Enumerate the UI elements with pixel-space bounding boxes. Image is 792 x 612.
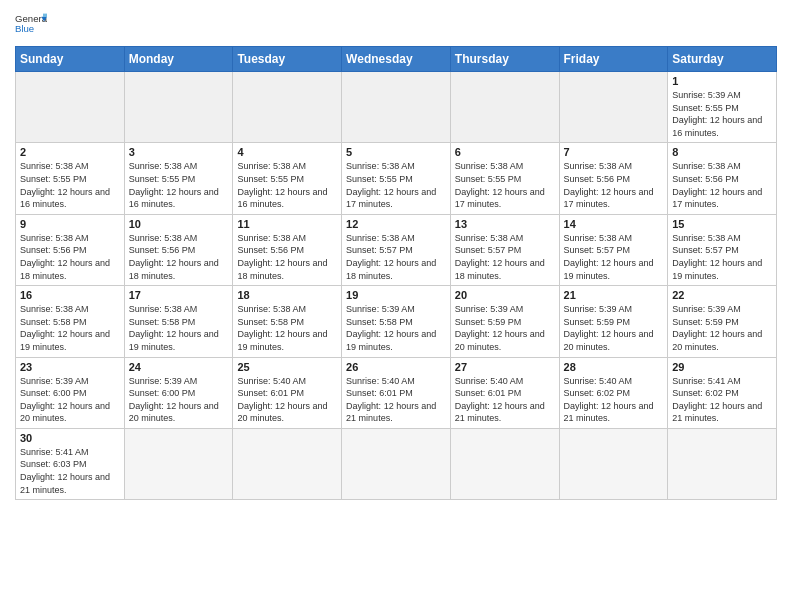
calendar-day-cell: 15Sunrise: 5:38 AMSunset: 5:57 PMDayligh… (668, 214, 777, 285)
logo: General Blue (15, 10, 47, 38)
day-info: Sunrise: 5:40 AMSunset: 6:01 PMDaylight:… (237, 375, 337, 425)
day-number: 21 (564, 289, 664, 301)
calendar-day-cell: 1Sunrise: 5:39 AMSunset: 5:55 PMDaylight… (668, 72, 777, 143)
calendar-day-cell: 12Sunrise: 5:38 AMSunset: 5:57 PMDayligh… (342, 214, 451, 285)
day-number: 22 (672, 289, 772, 301)
calendar-day-cell: 16Sunrise: 5:38 AMSunset: 5:58 PMDayligh… (16, 286, 125, 357)
calendar-day-cell (559, 72, 668, 143)
day-info: Sunrise: 5:40 AMSunset: 6:01 PMDaylight:… (455, 375, 555, 425)
day-number: 23 (20, 361, 120, 373)
calendar-day-cell (450, 428, 559, 499)
calendar-week-row: 9Sunrise: 5:38 AMSunset: 5:56 PMDaylight… (16, 214, 777, 285)
day-info: Sunrise: 5:38 AMSunset: 5:56 PMDaylight:… (129, 232, 229, 282)
day-info: Sunrise: 5:38 AMSunset: 5:55 PMDaylight:… (237, 160, 337, 210)
day-info: Sunrise: 5:41 AMSunset: 6:03 PMDaylight:… (20, 446, 120, 496)
day-number: 11 (237, 218, 337, 230)
col-sunday: Sunday (16, 47, 125, 72)
day-info: Sunrise: 5:38 AMSunset: 5:55 PMDaylight:… (455, 160, 555, 210)
day-info: Sunrise: 5:38 AMSunset: 5:58 PMDaylight:… (237, 303, 337, 353)
day-info: Sunrise: 5:39 AMSunset: 5:59 PMDaylight:… (672, 303, 772, 353)
day-number: 17 (129, 289, 229, 301)
day-info: Sunrise: 5:38 AMSunset: 5:58 PMDaylight:… (129, 303, 229, 353)
calendar-week-row: 30Sunrise: 5:41 AMSunset: 6:03 PMDayligh… (16, 428, 777, 499)
col-wednesday: Wednesday (342, 47, 451, 72)
day-number: 27 (455, 361, 555, 373)
day-number: 5 (346, 146, 446, 158)
calendar-day-cell (233, 72, 342, 143)
calendar-day-cell: 20Sunrise: 5:39 AMSunset: 5:59 PMDayligh… (450, 286, 559, 357)
col-monday: Monday (124, 47, 233, 72)
day-number: 20 (455, 289, 555, 301)
calendar-day-cell: 24Sunrise: 5:39 AMSunset: 6:00 PMDayligh… (124, 357, 233, 428)
day-number: 2 (20, 146, 120, 158)
day-number: 3 (129, 146, 229, 158)
day-number: 18 (237, 289, 337, 301)
day-number: 10 (129, 218, 229, 230)
col-saturday: Saturday (668, 47, 777, 72)
generalblue-logo-icon: General Blue (15, 10, 47, 38)
day-number: 24 (129, 361, 229, 373)
calendar-day-cell: 27Sunrise: 5:40 AMSunset: 6:01 PMDayligh… (450, 357, 559, 428)
day-number: 28 (564, 361, 664, 373)
calendar-day-cell: 7Sunrise: 5:38 AMSunset: 5:56 PMDaylight… (559, 143, 668, 214)
calendar-day-cell (233, 428, 342, 499)
day-number: 8 (672, 146, 772, 158)
calendar-week-row: 23Sunrise: 5:39 AMSunset: 6:00 PMDayligh… (16, 357, 777, 428)
day-number: 12 (346, 218, 446, 230)
calendar-day-cell: 9Sunrise: 5:38 AMSunset: 5:56 PMDaylight… (16, 214, 125, 285)
day-number: 16 (20, 289, 120, 301)
header: General Blue (15, 10, 777, 38)
calendar-day-cell: 28Sunrise: 5:40 AMSunset: 6:02 PMDayligh… (559, 357, 668, 428)
day-number: 19 (346, 289, 446, 301)
calendar-day-cell (559, 428, 668, 499)
day-info: Sunrise: 5:40 AMSunset: 6:01 PMDaylight:… (346, 375, 446, 425)
calendar-table: Sunday Monday Tuesday Wednesday Thursday… (15, 46, 777, 500)
calendar-day-cell: 30Sunrise: 5:41 AMSunset: 6:03 PMDayligh… (16, 428, 125, 499)
day-info: Sunrise: 5:39 AMSunset: 5:59 PMDaylight:… (564, 303, 664, 353)
calendar-day-cell (668, 428, 777, 499)
day-number: 29 (672, 361, 772, 373)
day-info: Sunrise: 5:39 AMSunset: 5:59 PMDaylight:… (455, 303, 555, 353)
calendar-day-cell (16, 72, 125, 143)
svg-marker-3 (43, 14, 47, 17)
day-number: 1 (672, 75, 772, 87)
day-info: Sunrise: 5:38 AMSunset: 5:56 PMDaylight:… (237, 232, 337, 282)
calendar-day-cell: 26Sunrise: 5:40 AMSunset: 6:01 PMDayligh… (342, 357, 451, 428)
day-info: Sunrise: 5:38 AMSunset: 5:56 PMDaylight:… (672, 160, 772, 210)
day-number: 25 (237, 361, 337, 373)
day-info: Sunrise: 5:38 AMSunset: 5:56 PMDaylight:… (20, 232, 120, 282)
col-thursday: Thursday (450, 47, 559, 72)
day-number: 13 (455, 218, 555, 230)
calendar-week-row: 1Sunrise: 5:39 AMSunset: 5:55 PMDaylight… (16, 72, 777, 143)
day-number: 6 (455, 146, 555, 158)
calendar-day-cell: 17Sunrise: 5:38 AMSunset: 5:58 PMDayligh… (124, 286, 233, 357)
calendar-day-cell: 23Sunrise: 5:39 AMSunset: 6:00 PMDayligh… (16, 357, 125, 428)
day-info: Sunrise: 5:38 AMSunset: 5:57 PMDaylight:… (455, 232, 555, 282)
day-info: Sunrise: 5:39 AMSunset: 6:00 PMDaylight:… (129, 375, 229, 425)
day-info: Sunrise: 5:38 AMSunset: 5:58 PMDaylight:… (20, 303, 120, 353)
day-number: 30 (20, 432, 120, 444)
day-number: 9 (20, 218, 120, 230)
calendar-day-cell (124, 428, 233, 499)
day-info: Sunrise: 5:38 AMSunset: 5:55 PMDaylight:… (129, 160, 229, 210)
day-info: Sunrise: 5:41 AMSunset: 6:02 PMDaylight:… (672, 375, 772, 425)
calendar-day-cell (342, 72, 451, 143)
calendar-day-cell: 14Sunrise: 5:38 AMSunset: 5:57 PMDayligh… (559, 214, 668, 285)
calendar-day-cell: 21Sunrise: 5:39 AMSunset: 5:59 PMDayligh… (559, 286, 668, 357)
day-info: Sunrise: 5:38 AMSunset: 5:55 PMDaylight:… (346, 160, 446, 210)
calendar-day-cell: 11Sunrise: 5:38 AMSunset: 5:56 PMDayligh… (233, 214, 342, 285)
calendar-day-cell: 22Sunrise: 5:39 AMSunset: 5:59 PMDayligh… (668, 286, 777, 357)
page: General Blue Sunday Monday Tuesday Wedne… (0, 0, 792, 612)
col-tuesday: Tuesday (233, 47, 342, 72)
calendar-header-row: Sunday Monday Tuesday Wednesday Thursday… (16, 47, 777, 72)
calendar-day-cell: 25Sunrise: 5:40 AMSunset: 6:01 PMDayligh… (233, 357, 342, 428)
calendar-day-cell: 8Sunrise: 5:38 AMSunset: 5:56 PMDaylight… (668, 143, 777, 214)
calendar-day-cell: 2Sunrise: 5:38 AMSunset: 5:55 PMDaylight… (16, 143, 125, 214)
day-number: 26 (346, 361, 446, 373)
day-info: Sunrise: 5:38 AMSunset: 5:56 PMDaylight:… (564, 160, 664, 210)
calendar-day-cell: 4Sunrise: 5:38 AMSunset: 5:55 PMDaylight… (233, 143, 342, 214)
calendar-day-cell: 19Sunrise: 5:39 AMSunset: 5:58 PMDayligh… (342, 286, 451, 357)
calendar-day-cell (450, 72, 559, 143)
calendar-day-cell: 6Sunrise: 5:38 AMSunset: 5:55 PMDaylight… (450, 143, 559, 214)
day-info: Sunrise: 5:38 AMSunset: 5:57 PMDaylight:… (672, 232, 772, 282)
